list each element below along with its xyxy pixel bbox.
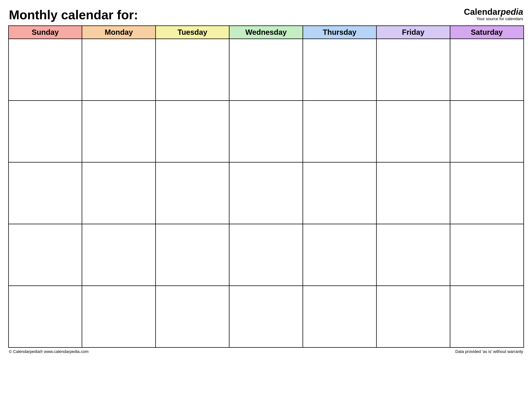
week-row (9, 286, 523, 347)
week-row (9, 224, 523, 286)
day-header-row: SundayMondayTuesdayWednesdayThursdayFrid… (9, 26, 523, 39)
day-cell[interactable] (303, 224, 376, 286)
day-header-friday: Friday (376, 26, 450, 39)
day-cell[interactable] (229, 286, 303, 347)
brand-block: Calendarpedia Your source for calendars (464, 8, 523, 21)
day-cell[interactable] (82, 286, 156, 347)
day-cell[interactable] (9, 101, 82, 162)
day-cell[interactable] (303, 101, 376, 162)
day-cell[interactable] (450, 286, 523, 347)
calendar-page: Monthly calendar for: Calendarpedia Your… (8, 8, 524, 354)
day-cell[interactable] (229, 224, 303, 286)
calendar-body (9, 39, 523, 347)
day-header-monday: Monday (82, 26, 156, 39)
day-cell[interactable] (376, 286, 450, 347)
day-cell[interactable] (9, 162, 82, 224)
day-cell[interactable] (9, 224, 82, 286)
day-cell[interactable] (229, 101, 303, 162)
week-row (9, 39, 523, 101)
brand-tagline: Your source for calendars (464, 17, 523, 21)
day-cell[interactable] (376, 224, 450, 286)
week-row (9, 162, 523, 224)
day-header-wednesday: Wednesday (229, 26, 303, 39)
day-cell[interactable] (376, 39, 450, 101)
day-cell[interactable] (9, 39, 82, 101)
page-title: Monthly calendar for: (9, 8, 138, 22)
day-cell[interactable] (303, 162, 376, 224)
day-cell[interactable] (156, 286, 229, 347)
week-row (9, 101, 523, 162)
brand-part1: Calendar (464, 7, 501, 17)
footer: © Calendarpedia® www.calendarpedia.com D… (8, 349, 524, 354)
day-cell[interactable] (229, 39, 303, 101)
day-header-tuesday: Tuesday (156, 26, 229, 39)
calendar-grid: SundayMondayTuesdayWednesdayThursdayFrid… (8, 25, 524, 348)
footer-right: Data provided 'as is' without warranty (455, 349, 523, 354)
day-cell[interactable] (450, 39, 523, 101)
day-cell[interactable] (9, 286, 82, 347)
day-cell[interactable] (229, 162, 303, 224)
day-cell[interactable] (156, 224, 229, 286)
day-cell[interactable] (82, 162, 156, 224)
day-cell[interactable] (82, 101, 156, 162)
day-header-saturday: Saturday (450, 26, 523, 39)
day-cell[interactable] (156, 162, 229, 224)
day-header-sunday: Sunday (9, 26, 82, 39)
day-cell[interactable] (376, 101, 450, 162)
day-cell[interactable] (82, 39, 156, 101)
day-cell[interactable] (450, 224, 523, 286)
header: Monthly calendar for: Calendarpedia Your… (8, 8, 524, 22)
day-cell[interactable] (156, 101, 229, 162)
day-cell[interactable] (450, 162, 523, 224)
day-cell[interactable] (82, 224, 156, 286)
brand-logo: Calendarpedia (464, 8, 523, 16)
day-cell[interactable] (303, 286, 376, 347)
day-cell[interactable] (303, 39, 376, 101)
footer-left: © Calendarpedia® www.calendarpedia.com (9, 349, 89, 354)
day-cell[interactable] (376, 162, 450, 224)
day-header-thursday: Thursday (303, 26, 376, 39)
day-cell[interactable] (156, 39, 229, 101)
brand-part2: pedia (501, 7, 523, 17)
day-cell[interactable] (450, 101, 523, 162)
